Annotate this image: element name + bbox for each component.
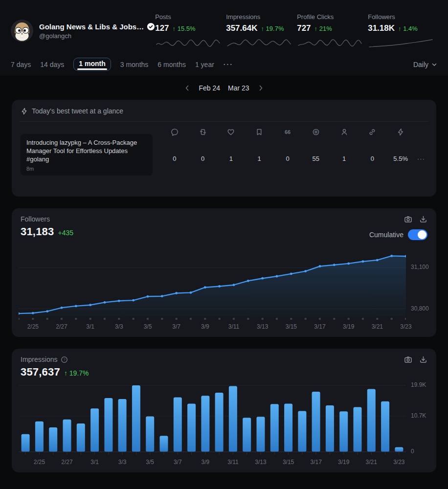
data-point[interactable]: [261, 277, 264, 280]
tab-14-days[interactable]: 14 days: [40, 61, 64, 68]
impressions-bar-chart[interactable]: [19, 383, 406, 457]
main-content: Feb 24 Mar 23 Today's best tweet at a gl…: [0, 76, 448, 472]
data-point[interactable]: [319, 265, 321, 267]
bar[interactable]: [243, 418, 251, 452]
screenshot-button[interactable]: [404, 356, 412, 364]
bar[interactable]: [354, 407, 362, 452]
bar[interactable]: [326, 405, 334, 452]
tab-1-year[interactable]: 1 year: [195, 61, 214, 68]
more-ranges-icon[interactable]: ···: [224, 61, 233, 68]
bar[interactable]: [339, 411, 348, 452]
account-info[interactable]: Golang News & Libs & Jobs… @golangch: [11, 20, 155, 42]
data-point[interactable]: [390, 255, 393, 257]
bar[interactable]: [298, 411, 306, 452]
x-tick-label: 3/1: [86, 323, 94, 330]
prev-period-button[interactable]: [184, 85, 191, 91]
bar[interactable]: [312, 392, 320, 452]
bar[interactable]: [146, 417, 154, 452]
data-point[interactable]: [75, 305, 77, 308]
data-point[interactable]: [118, 300, 120, 302]
more-options-icon[interactable]: ···: [417, 155, 425, 162]
metric-value: 1: [229, 155, 233, 162]
bar[interactable]: [187, 404, 196, 452]
data-point[interactable]: [147, 295, 149, 298]
bar[interactable]: [118, 399, 127, 452]
metric-more: ···: [415, 126, 427, 176]
data-point[interactable]: [218, 285, 221, 288]
x-tick-label: 3/23: [400, 323, 411, 330]
bar[interactable]: [395, 447, 403, 452]
data-point[interactable]: [362, 260, 364, 263]
tab-6-months[interactable]: 6 months: [157, 61, 186, 68]
bar[interactable]: [49, 427, 57, 452]
stat-delta: ↑ 19.7%: [261, 25, 284, 32]
download-icon: [419, 356, 427, 364]
tab-3-months[interactable]: 3 months: [120, 61, 149, 68]
data-point[interactable]: [304, 270, 307, 272]
followers-x-axis: 2/252/273/13/33/53/73/93/113/133/153/173…: [19, 321, 406, 332]
x-tick-label: 2/25: [27, 323, 39, 330]
bar[interactable]: [174, 398, 182, 452]
bar[interactable]: [132, 385, 140, 452]
impressions-sparkline: [226, 37, 292, 49]
bar[interactable]: [284, 404, 292, 452]
camera-icon: [404, 215, 412, 223]
followers-card: Followers 31,183 +435 Cumulative: [12, 208, 436, 337]
bar[interactable]: [215, 393, 224, 452]
data-point[interactable]: [61, 307, 63, 309]
tab-1-month[interactable]: 1 month: [73, 58, 111, 71]
data-point[interactable]: [276, 275, 278, 278]
data-point[interactable]: [104, 301, 106, 304]
data-point[interactable]: [233, 284, 235, 286]
data-point[interactable]: [247, 280, 249, 282]
bar[interactable]: [257, 417, 265, 452]
bar[interactable]: [77, 423, 85, 452]
bar[interactable]: [270, 404, 279, 452]
bar[interactable]: [229, 386, 237, 452]
next-period-button[interactable]: [257, 85, 264, 91]
data-point[interactable]: [132, 299, 134, 302]
download-button[interactable]: [419, 356, 427, 364]
tab-7-days[interactable]: 7 days: [11, 61, 31, 68]
tweet-preview[interactable]: Introducing lazypkg – A Cross-Package Ma…: [21, 134, 153, 176]
axis-dot: [218, 318, 221, 320]
data-point[interactable]: [89, 304, 91, 306]
metric-profile-visits: 1: [330, 126, 358, 176]
y-tick-label: 10.7K: [411, 412, 426, 419]
data-point[interactable]: [290, 273, 292, 275]
bar[interactable]: [160, 436, 168, 452]
granularity-dropdown[interactable]: Daily: [413, 61, 437, 68]
divider: [20, 121, 428, 122]
like-icon: [227, 128, 235, 137]
help-icon[interactable]: ?: [61, 356, 68, 363]
axis-dot: [304, 318, 307, 320]
bar[interactable]: [367, 389, 376, 452]
x-tick-label: 3/23: [393, 459, 404, 466]
data-point[interactable]: [175, 292, 178, 294]
posts-sparkline: [155, 37, 221, 49]
data-point[interactable]: [204, 286, 206, 289]
screenshot-button[interactable]: [404, 215, 412, 223]
bar[interactable]: [104, 398, 112, 452]
gopher-avatar-image: [11, 20, 33, 42]
data-point[interactable]: [46, 310, 48, 312]
data-point[interactable]: [376, 259, 379, 262]
bar[interactable]: [63, 420, 71, 452]
data-point[interactable]: [347, 263, 350, 265]
download-button[interactable]: [419, 215, 427, 223]
bar[interactable]: [201, 396, 209, 452]
followers-line-chart[interactable]: [19, 245, 406, 321]
data-point[interactable]: [333, 264, 336, 266]
profile-visits-icon: [340, 128, 348, 137]
data-point[interactable]: [32, 312, 34, 314]
cumulative-toggle[interactable]: [408, 229, 427, 240]
bar[interactable]: [35, 422, 44, 452]
bar[interactable]: [90, 408, 99, 452]
bar[interactable]: [22, 434, 30, 452]
data-point[interactable]: [190, 291, 192, 294]
followers-y-axis: 31,10030,800: [411, 245, 436, 321]
axis-dot: [46, 318, 48, 320]
chevron-left-icon: [184, 85, 191, 91]
bar[interactable]: [381, 401, 389, 452]
data-point[interactable]: [161, 295, 163, 297]
